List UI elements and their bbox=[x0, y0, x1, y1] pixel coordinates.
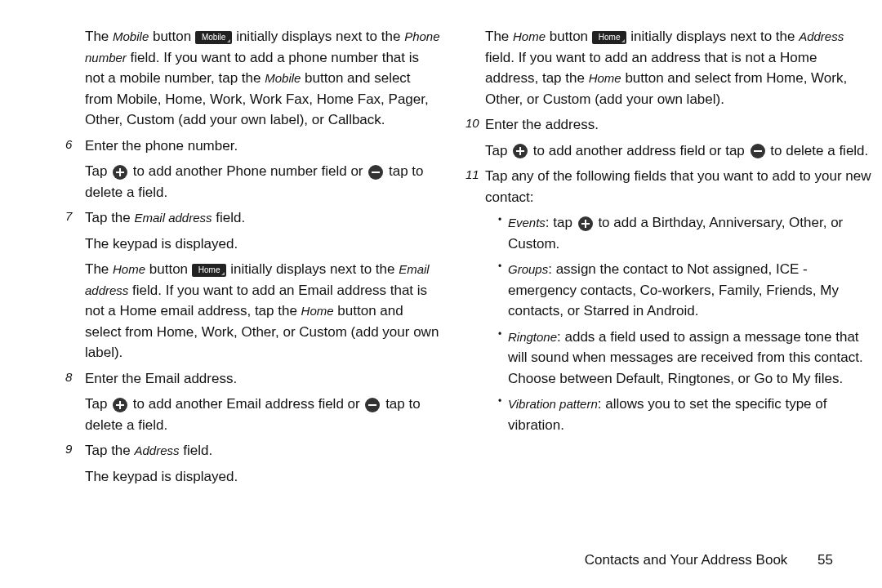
step-text: Enter the address. bbox=[485, 114, 874, 136]
step-text: Tap to add another Phone number field or… bbox=[85, 161, 441, 203]
text: button bbox=[546, 29, 592, 44]
plus-icon[interactable] bbox=[113, 165, 127, 180]
text: field. bbox=[180, 443, 213, 458]
page-number: 55 bbox=[817, 552, 833, 568]
text: Tap bbox=[85, 163, 111, 179]
events-label: Events bbox=[508, 216, 546, 229]
text: : tap bbox=[546, 215, 577, 230]
home-label: Home bbox=[513, 29, 546, 43]
minus-icon[interactable] bbox=[751, 144, 765, 158]
step-text: The keypad is displayed. bbox=[85, 234, 441, 255]
text: Tap the bbox=[85, 210, 135, 225]
plus-icon[interactable] bbox=[513, 144, 528, 158]
list-item: Ringtone: adds a field used to assign a … bbox=[498, 327, 874, 390]
paragraph: The Mobile button Mobile initially displ… bbox=[85, 26, 441, 131]
right-column: The Home button Home initially displays … bbox=[466, 26, 874, 440]
text: initially displays next to the bbox=[226, 261, 399, 277]
step-6: 6 Enter the phone number. Tap to add ano… bbox=[65, 136, 441, 203]
address-label: Address bbox=[135, 443, 180, 457]
mobile-label: Mobile bbox=[113, 29, 149, 43]
minus-icon[interactable] bbox=[368, 165, 383, 180]
text: field. bbox=[212, 210, 246, 225]
text: Tap the bbox=[85, 443, 135, 458]
intro-home-block: The Home button Home initially displays … bbox=[466, 26, 874, 109]
ringtone-label: Ringtone bbox=[508, 330, 557, 344]
step-text: Tap to add another address field or tap … bbox=[485, 140, 874, 162]
home-label: Home bbox=[301, 304, 334, 318]
list-item: Events: tap to add a Birthday, Anniversa… bbox=[498, 212, 874, 254]
bullet-list: Events: tap to add a Birthday, Anniversa… bbox=[485, 212, 874, 435]
mobile-chip[interactable]: Mobile bbox=[195, 31, 232, 44]
section-title: Contacts and Your Address Book bbox=[585, 552, 788, 568]
list-item: Groups: assign the contact to Not assign… bbox=[498, 259, 874, 322]
step-number: 6 bbox=[65, 136, 72, 154]
step-text: Enter the phone number. bbox=[85, 136, 441, 157]
text: Tap bbox=[85, 396, 111, 412]
step-number: 7 bbox=[65, 207, 72, 226]
text: button bbox=[149, 29, 195, 44]
step-text: The Home button Home initially displays … bbox=[85, 259, 441, 363]
text: to delete a field. bbox=[767, 143, 869, 158]
text: : adds a field used to assign a message … bbox=[508, 329, 863, 386]
email-address-label: Email address bbox=[135, 211, 212, 225]
minus-icon[interactable] bbox=[365, 398, 380, 412]
vibration-pattern-label: Vibration pattern bbox=[508, 397, 598, 411]
step-text: Tap any of the following fields that you… bbox=[485, 166, 874, 207]
plus-icon[interactable] bbox=[113, 398, 127, 412]
text: The bbox=[85, 29, 113, 44]
manual-page: The Mobile button Mobile initially displ… bbox=[0, 0, 882, 588]
step-number: 11 bbox=[466, 166, 479, 185]
home-chip[interactable]: Home bbox=[592, 31, 627, 44]
page-footer: Contacts and Your Address Book 55 bbox=[585, 550, 833, 571]
home-label: Home bbox=[113, 262, 145, 276]
address-label: Address bbox=[799, 29, 844, 43]
text: The bbox=[85, 261, 113, 277]
step-number: 10 bbox=[466, 114, 479, 133]
step-8: 8 Enter the Email address. Tap to add an… bbox=[65, 368, 441, 436]
step-text: Tap the Address field. bbox=[85, 440, 441, 461]
step-number: 8 bbox=[65, 368, 72, 387]
home-label: Home bbox=[589, 71, 621, 85]
text: : assign the contact to Not assigned, IC… bbox=[508, 261, 839, 318]
text: to add another Phone number field or bbox=[129, 163, 367, 179]
text: Tap bbox=[485, 143, 511, 158]
step-10: 10 Enter the address. Tap to add another… bbox=[466, 114, 874, 161]
text: to add another address field or tap bbox=[529, 143, 748, 158]
step-9: 9 Tap the Address field. The keypad is d… bbox=[65, 440, 441, 487]
text: initially displays next to the bbox=[232, 29, 404, 44]
text: button bbox=[145, 261, 192, 277]
text: The bbox=[485, 29, 513, 44]
step-number: 9 bbox=[65, 440, 72, 459]
left-column: The Mobile button Mobile initially displ… bbox=[65, 26, 441, 492]
step-text: Tap to add another Email address field o… bbox=[85, 394, 441, 435]
groups-label: Groups bbox=[508, 262, 548, 276]
intro-mobile-block: The Mobile button Mobile initially displ… bbox=[65, 26, 441, 131]
step-text: Tap the Email address field. bbox=[85, 207, 441, 229]
mobile-label: Mobile bbox=[265, 71, 301, 85]
step-7: 7 Tap the Email address field. The keypa… bbox=[65, 207, 441, 363]
step-11: 11 Tap any of the following fields that … bbox=[466, 166, 874, 435]
text: initially displays next to the bbox=[626, 29, 799, 44]
list-item: Vibration pattern: allows you to set the… bbox=[498, 394, 874, 435]
plus-icon[interactable] bbox=[578, 216, 593, 231]
home-chip[interactable]: Home bbox=[192, 264, 227, 277]
step-text: The keypad is displayed. bbox=[85, 466, 441, 488]
step-text: Enter the Email address. bbox=[85, 368, 441, 390]
text: to add another Email address field or bbox=[129, 396, 363, 412]
paragraph: The Home button Home initially displays … bbox=[485, 26, 874, 109]
